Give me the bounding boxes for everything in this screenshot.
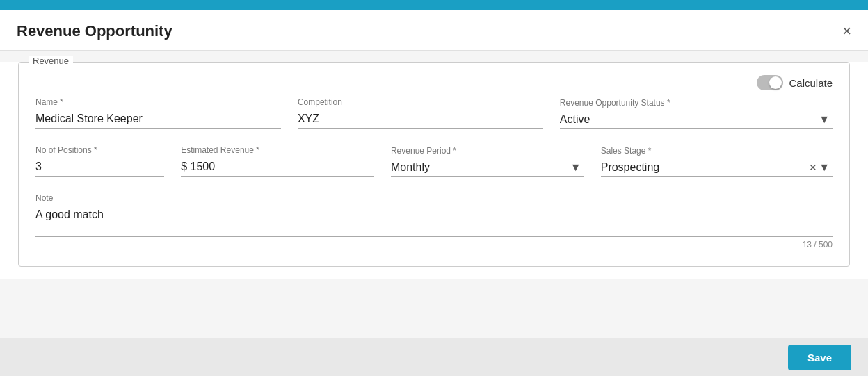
toggle-knob <box>769 76 782 89</box>
competition-input[interactable] <box>298 110 543 129</box>
form-row-1: Name * Competition Revenue Opportunity S… <box>35 97 833 129</box>
revenue-period-label: Revenue Period * <box>391 146 584 156</box>
note-group: Note A good match 13 / 500 <box>35 193 833 250</box>
positions-input[interactable] <box>35 158 164 177</box>
sales-stage-select-wrapper: Prospecting Qualification Proposal Close… <box>601 158 833 177</box>
name-group: Name * <box>35 97 281 129</box>
estimated-revenue-input[interactable] <box>181 158 374 177</box>
top-bar <box>0 0 868 10</box>
status-select-wrapper: Active Inactive Pending ▼ <box>560 111 833 129</box>
fieldset-legend: Revenue <box>29 56 73 66</box>
competition-label: Competition <box>298 97 543 107</box>
save-button[interactable]: Save <box>788 345 851 370</box>
status-select[interactable]: Active Inactive Pending <box>560 111 833 128</box>
note-label: Note <box>35 193 833 203</box>
sales-stage-label: Sales Stage * <box>601 146 833 156</box>
name-input[interactable] <box>35 110 281 129</box>
estimated-revenue-label: Estimated Revenue * <box>181 145 374 155</box>
positions-group: No of Positions * <box>35 145 164 177</box>
calculate-toggle[interactable] <box>757 75 783 90</box>
status-label: Revenue Opportunity Status * <box>560 98 833 108</box>
competition-group: Competition <box>298 97 543 129</box>
positions-label: No of Positions * <box>35 145 164 155</box>
modal-header: Revenue Opportunity × <box>0 10 868 51</box>
status-group: Revenue Opportunity Status * Active Inac… <box>560 98 833 129</box>
modal-body: Revenue Calculate Name * Competition <box>0 62 868 279</box>
form-row-2: No of Positions * Estimated Revenue * Re… <box>35 145 833 177</box>
sales-stage-clear-icon[interactable]: ✕ <box>809 162 817 173</box>
char-count: 13 / 500 <box>35 240 833 250</box>
modal-backdrop: Revenue Opportunity × Revenue Calculate … <box>0 10 868 376</box>
modal-title: Revenue Opportunity <box>17 22 172 40</box>
revenue-period-select-wrapper: Monthly Quarterly Annually ▼ <box>391 158 584 177</box>
revenue-fieldset: Revenue Calculate Name * Competition <box>18 62 850 267</box>
name-label: Name * <box>35 97 281 107</box>
revenue-period-select[interactable]: Monthly Quarterly Annually <box>391 158 584 176</box>
note-textarea[interactable]: A good match <box>35 206 833 237</box>
calculate-label: Calculate <box>789 77 833 89</box>
calculate-row: Calculate <box>35 75 833 90</box>
sales-stage-group: Sales Stage * Prospecting Qualification … <box>601 146 833 177</box>
revenue-period-group: Revenue Period * Monthly Quarterly Annua… <box>391 146 584 177</box>
modal-footer: Save <box>0 338 868 376</box>
close-button[interactable]: × <box>842 24 851 39</box>
sales-stage-select[interactable]: Prospecting Qualification Proposal Close… <box>601 158 833 176</box>
estimated-revenue-group: Estimated Revenue * <box>181 145 374 177</box>
